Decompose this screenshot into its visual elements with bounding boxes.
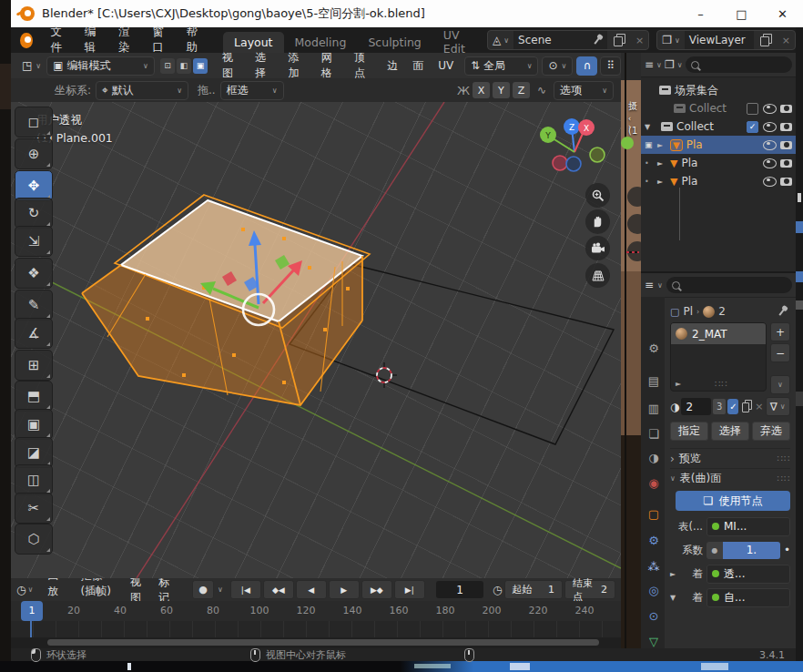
slot-specials-button[interactable]: ∨: [770, 375, 790, 394]
tab-particles[interactable]: ⁂: [643, 555, 665, 577]
viewport-menu-UV[interactable]: UV: [431, 59, 461, 72]
slider-knob-icon[interactable]: ●: [706, 542, 723, 559]
viewport-menu-视图[interactable]: 视图: [215, 50, 248, 81]
face-select-button[interactable]: ▣: [193, 58, 208, 74]
perspective-toggle-button[interactable]: [585, 263, 610, 288]
tab-object-data[interactable]: ▽: [643, 630, 665, 650]
viewport-menu-边[interactable]: 边: [380, 58, 405, 74]
tab-scene[interactable]: ◑: [643, 446, 665, 468]
shader-dropdown[interactable]: 透...: [706, 565, 790, 584]
editor-type-button[interactable]: ◳∨: [16, 57, 46, 75]
scale-tool[interactable]: ⇲: [15, 226, 53, 257]
next-keyframe-button[interactable]: ▶◆: [361, 580, 392, 599]
surface-panel-header[interactable]: ∨ 表(曲)面 ∷∷: [670, 468, 790, 488]
menu-渲染[interactable]: 渲染: [108, 25, 142, 56]
axis-minus-z-ball[interactable]: [566, 157, 581, 171]
camera-visibility-icon[interactable]: [780, 159, 792, 168]
mode-dropdown[interactable]: ▣ 编辑模式 ∨: [46, 56, 155, 76]
auto-key-button[interactable]: ●: [192, 580, 214, 599]
properties-editor-icon[interactable]: ≡: [645, 279, 654, 291]
move-tool[interactable]: ✥: [15, 170, 53, 201]
breadcrumb-material[interactable]: 2: [718, 305, 726, 318]
preview-panel-header[interactable]: › 预览 ∷∷: [670, 448, 790, 468]
outliner-row-collection-1[interactable]: Collect: [641, 99, 796, 117]
animate-dot-icon[interactable]: •: [784, 544, 790, 556]
mirror-z-button[interactable]: Z: [513, 82, 530, 98]
frame-start-field[interactable]: 起始1: [504, 580, 564, 599]
prev-keyframe-button[interactable]: ◆◀: [263, 580, 294, 599]
eye-icon[interactable]: [763, 140, 777, 150]
new-material-icon[interactable]: [742, 402, 749, 412]
tweak-select-tool[interactable]: ◻: [15, 107, 53, 137]
resize-grip[interactable]: ∷∷: [715, 379, 728, 389]
tab-physics[interactable]: ◎: [643, 579, 665, 601]
cursor-tool[interactable]: ⊕: [15, 138, 53, 169]
snap-settings-button[interactable]: ⠿: [600, 56, 621, 76]
material-slot-active[interactable]: 2_MAT: [671, 323, 766, 344]
pan-button[interactable]: [585, 209, 610, 234]
timeline-ruler[interactable]: 20406080100120140160180200220240: [11, 601, 621, 622]
vertex-select-button[interactable]: ⊡: [160, 58, 175, 74]
exclude-checkbox[interactable]: [747, 103, 758, 115]
play-button[interactable]: ▶: [329, 580, 360, 599]
blender-menu-icon[interactable]: [20, 33, 33, 48]
tab-tool[interactable]: ⚙: [643, 337, 665, 359]
tab-render[interactable]: ▤: [643, 370, 665, 392]
timeline-track[interactable]: [11, 621, 621, 637]
add-slot-button[interactable]: +: [770, 322, 790, 341]
menu-帮助[interactable]: 帮助: [177, 25, 210, 56]
breadcrumb-object[interactable]: Pl: [683, 305, 693, 318]
snap-toggle-button[interactable]: ∩: [576, 56, 597, 76]
play-reverse-button[interactable]: ◀: [296, 580, 327, 599]
minimize-button[interactable]: –: [680, 0, 721, 27]
exclude-checkbox[interactable]: ✓: [747, 121, 758, 133]
viewport-menu-网格[interactable]: 网格: [314, 50, 347, 81]
outliner-row-collection-2[interactable]: ▼ Collect ✓: [641, 117, 796, 136]
scene-selector[interactable]: ◬∨ Scene ×: [487, 30, 649, 50]
timeline-editor-icon[interactable]: ◷: [16, 584, 25, 596]
axis-minus-x-ball[interactable]: [553, 156, 567, 170]
viewlayer-icon[interactable]: ❐∨: [657, 31, 685, 49]
viewlayer-name-field[interactable]: ViewLayer: [685, 31, 754, 49]
use-nodes-button[interactable]: ❏ 使用节点: [676, 491, 790, 511]
current-frame-field[interactable]: 1: [436, 581, 483, 598]
unlink-material-icon[interactable]: ×: [755, 401, 763, 412]
camera-visibility-icon[interactable]: [780, 105, 792, 113]
viewport-menu-顶点[interactable]: 顶点: [347, 50, 380, 81]
mirror-icon[interactable]: Ж: [457, 84, 470, 97]
outliner-search-input[interactable]: [686, 56, 792, 73]
unlink-scene-button[interactable]: ×: [631, 31, 648, 49]
falloff-icon[interactable]: ∿: [537, 84, 546, 97]
remove-viewlayer-button[interactable]: ×: [778, 31, 795, 49]
eye-icon[interactable]: [763, 177, 777, 187]
jump-start-button[interactable]: |◀: [230, 580, 261, 599]
display-mode-icon[interactable]: ❐: [665, 58, 675, 71]
zoom-button[interactable]: [585, 183, 610, 208]
bevel-tool[interactable]: ◪: [15, 437, 53, 468]
scene-icon[interactable]: ◬∨: [488, 31, 513, 49]
factor-slider[interactable]: ● 1.: [706, 542, 780, 559]
tab-view-layer[interactable]: ❏: [643, 423, 665, 444]
drag-dropdown[interactable]: 框选 ∨: [220, 81, 284, 100]
outliner-row-plane-2[interactable]: • ► ▼ Pla: [641, 154, 796, 172]
shader-dropdown[interactable]: 自...: [706, 588, 790, 607]
playhead[interactable]: 1: [21, 601, 43, 621]
material-name-field[interactable]: 2: [681, 398, 710, 415]
panel-grip[interactable]: ∷∷: [777, 453, 790, 463]
scene-name-field[interactable]: Scene: [513, 31, 607, 49]
axis-minus-y-ball[interactable]: [590, 148, 605, 162]
tab-constraints[interactable]: ⊙: [643, 605, 665, 626]
remove-slot-button[interactable]: −: [770, 343, 790, 362]
viewport-menu-面[interactable]: 面: [405, 58, 431, 74]
outliner-row-scene-collection[interactable]: 场景集合: [641, 81, 796, 99]
edge-select-button[interactable]: ◧: [177, 58, 191, 74]
menu-编辑[interactable]: 编辑: [75, 25, 108, 56]
users-count-badge[interactable]: 3: [713, 399, 726, 414]
mirror-x-button[interactable]: X: [473, 82, 490, 98]
camera-visibility-icon[interactable]: [780, 178, 792, 186]
viewport-3d[interactable]: Z X Y 用户透视 (1) Plane.001: [11, 102, 621, 578]
eye-icon[interactable]: [763, 122, 777, 132]
orientation-dropdown[interactable]: ⇅ 全局 ∨: [464, 56, 538, 76]
tab-modifiers[interactable]: ⚙: [643, 529, 665, 551]
viewlayer-selector[interactable]: ❐∨ ViewLayer ×: [656, 30, 796, 50]
